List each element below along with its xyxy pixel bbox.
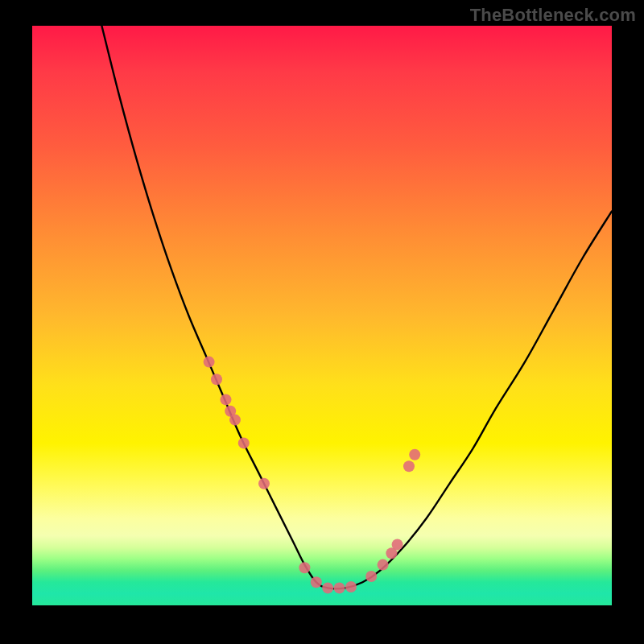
curve-marker bbox=[392, 539, 403, 550]
bottleneck-curve bbox=[101, 26, 612, 588]
curve-marker bbox=[221, 394, 232, 405]
curve-marker bbox=[403, 460, 415, 472]
curve-marker bbox=[365, 571, 377, 582]
curve-marker bbox=[238, 437, 250, 448]
curve-marker bbox=[211, 374, 222, 385]
curve-marker bbox=[229, 415, 241, 426]
curve-marker bbox=[311, 576, 322, 588]
curve-markers bbox=[204, 357, 421, 594]
watermark-label: TheBottleneck.com bbox=[470, 5, 636, 26]
curve-marker bbox=[378, 559, 389, 571]
curve-marker bbox=[345, 581, 357, 592]
curve-marker bbox=[299, 562, 310, 573]
curve-svg bbox=[32, 26, 612, 605]
curve-marker bbox=[204, 357, 215, 368]
chart-frame: TheBottleneck.com bbox=[0, 0, 644, 644]
plot-area bbox=[32, 26, 612, 605]
curve-marker bbox=[334, 582, 345, 593]
curve-marker bbox=[322, 582, 333, 593]
curve-marker bbox=[409, 449, 420, 460]
curve-marker bbox=[258, 478, 270, 489]
